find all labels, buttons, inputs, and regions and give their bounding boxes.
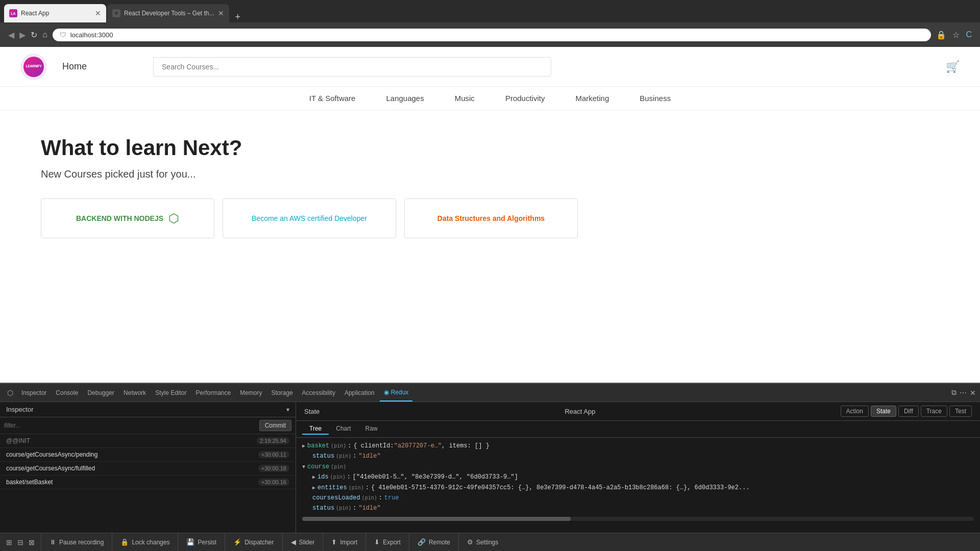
tab-react-devtools[interactable]: ⚛ React Developer Tools – Get th... ✕ — [107, 4, 229, 22]
layout-btn-2[interactable]: ⊟ — [15, 537, 26, 547]
entities-colon: : — [365, 483, 369, 493]
dt-icon-inspect[interactable]: ⬡ — [4, 389, 16, 397]
nav-marketing[interactable]: Marketing — [575, 94, 609, 103]
state-row-entities: ▶ entities (pin) : { 41e0eb01-5715-4376-… — [302, 483, 974, 493]
toolbar-lock[interactable]: 🔒 Lock changes — [112, 533, 178, 551]
nav-business[interactable]: Business — [640, 94, 671, 103]
toolbar-dispatcher[interactable]: ⚡ Dispatcher — [225, 533, 282, 551]
nav-it-software[interactable]: IT & Software — [309, 94, 356, 103]
course-card-nodejs[interactable]: BACKEND WITH NODEJS ⬡ — [41, 198, 214, 238]
toolbar-persist[interactable]: 💾 Persist — [178, 533, 225, 551]
dt-tab-accessibility[interactable]: Accessibility — [298, 384, 339, 402]
dt-tab-style-editor[interactable]: Style Editor — [151, 384, 190, 402]
commit-button[interactable]: Commit — [259, 420, 291, 431]
back-button[interactable]: ◀ — [8, 30, 14, 40]
dt-tab-performance[interactable]: Performance — [191, 384, 235, 402]
action-item-init[interactable]: @@INIT 2:19:25.94 — [0, 434, 296, 448]
slider-label: Slider — [299, 539, 315, 546]
course-status-val: "idle" — [358, 503, 380, 513]
redux-tab-label: Redux — [391, 389, 409, 396]
course-expand-arrow[interactable]: ▼ — [302, 463, 305, 471]
view-tab-raw[interactable]: Raw — [358, 423, 385, 435]
dt-tab-storage[interactable]: Storage — [267, 384, 297, 402]
tab-state-btn[interactable]: State — [871, 406, 896, 417]
search-input[interactable] — [153, 57, 551, 77]
tab-test-btn[interactable]: Test — [949, 406, 972, 417]
tab-action-btn[interactable]: Action — [841, 406, 869, 417]
action-name-init: @@INIT — [6, 437, 30, 444]
dt-close-icon[interactable]: ✕ — [970, 389, 976, 397]
nav-languages[interactable]: Languages — [386, 94, 424, 103]
dt-tab-memory[interactable]: Memory — [236, 384, 266, 402]
tab-close-1[interactable]: ✕ — [95, 9, 101, 17]
tab-close-2[interactable]: ✕ — [218, 9, 224, 17]
nav-productivity[interactable]: Productivity — [505, 94, 545, 103]
nav-music[interactable]: Music — [455, 94, 475, 103]
logo-inner: LEARNIFY — [23, 57, 44, 77]
pause-icon: ⏸ — [50, 538, 56, 546]
state-panel-title: State — [304, 408, 320, 415]
tab-diff-btn[interactable]: Diff — [898, 406, 919, 417]
refresh-button[interactable]: ↻ — [31, 30, 37, 40]
basket-status-val: "idle" — [358, 451, 380, 461]
dt-more-icon[interactable]: ⋯ — [960, 389, 967, 397]
tab-favicon: LA — [9, 9, 17, 17]
entities-key-cont: es — [339, 483, 347, 493]
settings-label: Settings — [476, 539, 498, 546]
action-item-pending[interactable]: course/getCoursesAsync/pending +30:00.11 — [0, 448, 296, 462]
url-bar[interactable]: 🛡 localhost:3000 — [53, 29, 932, 41]
toolbar-export[interactable]: ⬇ Export — [366, 533, 409, 551]
logo[interactable]: LEARNIFY — [20, 54, 47, 80]
dt-responsive-icon[interactable]: ⧉ — [951, 388, 957, 397]
dispatcher-label: Dispatcher — [244, 539, 274, 546]
ids-expand-arrow[interactable]: ▶ — [312, 473, 315, 482]
home-link[interactable]: Home — [62, 61, 87, 72]
extension-icon-1[interactable]: 🔒 — [936, 30, 946, 40]
dt-tab-debugger[interactable]: Debugger — [83, 384, 118, 402]
entities-expand-arrow[interactable]: ▶ — [312, 484, 315, 492]
dsa-label: Data Structures and Algorithms — [437, 214, 545, 222]
toolbar-import[interactable]: ⬆ Import — [323, 533, 366, 551]
toolbar-settings[interactable]: ⚙ Settings — [459, 533, 506, 551]
dt-tab-network[interactable]: Network — [119, 384, 150, 402]
accessibility-tab-label: Accessibility — [302, 389, 335, 396]
forward-button[interactable]: ▶ — [19, 30, 26, 40]
course-pin: (pin) — [331, 463, 346, 471]
redux-tab-icon: ◉ — [384, 389, 389, 396]
dt-tab-redux[interactable]: ◉ Redux — [380, 384, 413, 402]
inspector-dropdown-icon[interactable]: ▾ — [286, 406, 289, 413]
course-card-aws[interactable]: Become an AWS certified Developer — [223, 198, 396, 238]
state-header-left: State — [304, 408, 320, 415]
state-scrollbar[interactable] — [302, 517, 974, 521]
action-name-pending: course/getCoursesAsync/pending — [6, 451, 97, 458]
inspector-panel-header: Inspector ▾ — [0, 402, 296, 417]
persist-label: Persist — [198, 539, 216, 546]
basket-expand-arrow[interactable]: ▶ — [302, 442, 305, 450]
view-tab-chart[interactable]: Chart — [329, 423, 358, 435]
cart-icon[interactable]: 🛒 — [946, 60, 960, 73]
tab-trace-btn[interactable]: Trace — [921, 406, 947, 417]
export-label: Export — [383, 539, 401, 546]
toolbar-slider[interactable]: ◀ Slider — [283, 533, 324, 551]
layout-btn-1[interactable]: ⊞ — [4, 537, 14, 547]
toolbar-pause[interactable]: ⏸ Pause recording — [41, 533, 112, 551]
home-browser-button[interactable]: ⌂ — [42, 30, 47, 39]
tab-react-app[interactable]: LA React App ✕ — [4, 4, 106, 22]
course-card-dsa[interactable]: Data Structures and Algorithms — [404, 198, 578, 238]
dt-tab-console[interactable]: Console — [52, 384, 82, 402]
toolbar-remote[interactable]: 🔗 Remote — [409, 533, 459, 551]
action-item-fulfilled[interactable]: course/getCoursesAsync/fulfilled +30:00.… — [0, 462, 296, 475]
devtools-tab-bar: ⬡ Inspector Console Debugger Network Sty… — [0, 384, 980, 402]
state-scrollbar-thumb[interactable] — [302, 517, 571, 521]
filter-input[interactable] — [4, 422, 255, 429]
layout-btn-3[interactable]: ⊠ — [27, 537, 37, 547]
action-item-setbasket[interactable]: basket/setBasket +30:00.16 — [0, 475, 296, 489]
extension-icon-2[interactable]: C — [966, 30, 972, 39]
bookmark-icon[interactable]: ☆ — [952, 30, 960, 40]
state-panel: State React App Action State Diff Trace … — [296, 402, 980, 533]
basket-key: basket — [307, 441, 329, 451]
dt-tab-application[interactable]: Application — [340, 384, 379, 402]
dt-tab-inspector[interactable]: Inspector — [17, 384, 51, 402]
view-tab-tree[interactable]: Tree — [302, 423, 329, 435]
new-tab-button[interactable]: + — [231, 12, 245, 22]
